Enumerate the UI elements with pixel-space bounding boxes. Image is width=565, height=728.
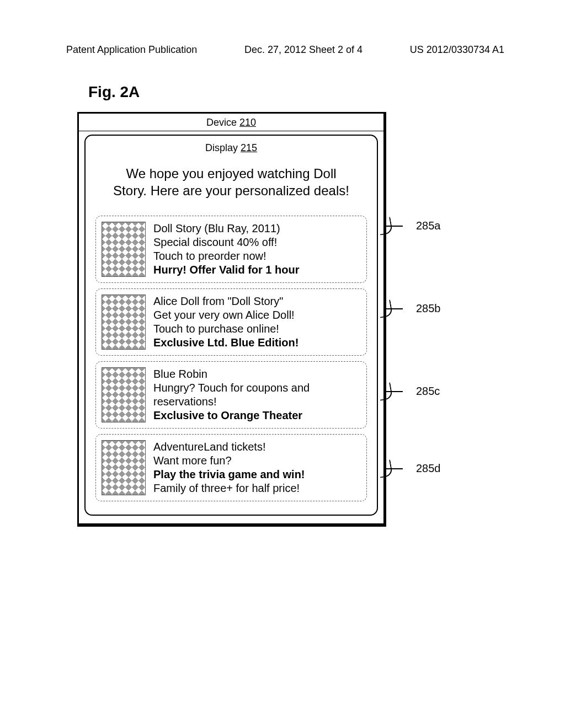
deal-line: Alice Doll from "Doll Story" xyxy=(153,295,361,308)
callout-lead-icon xyxy=(386,217,413,234)
deal-text: Doll Story (Blu Ray, 2011) Special disco… xyxy=(153,222,361,277)
callout-label: 285c xyxy=(416,385,440,398)
deal-line: Get your very own Alice Doll! xyxy=(153,308,361,322)
deal-thumbnail-icon xyxy=(102,295,146,350)
deal-line: AdventureLand tickets! xyxy=(153,440,361,454)
deal-line: Hurry! Offer Valid for 1 hour xyxy=(153,263,361,277)
callout-285a: 285a xyxy=(386,217,441,234)
header-center: Dec. 27, 2012 Sheet 2 of 4 xyxy=(244,44,363,56)
deal-line: Exclusive to Orange Theater xyxy=(153,409,361,422)
deal-thumbnail-icon xyxy=(102,440,146,495)
header-right: US 2012/0330734 A1 xyxy=(410,44,504,56)
deal-line: Special discount 40% off! xyxy=(153,235,361,249)
deal-card[interactable]: Doll Story (Blu Ray, 2011) Special disco… xyxy=(95,216,367,283)
device-label: Device 210 xyxy=(79,114,383,131)
deal-text: AdventureLand tickets! Want more fun? Pl… xyxy=(153,440,361,495)
callout-lead-icon xyxy=(386,299,413,317)
display-label-prefix: Display xyxy=(205,142,241,153)
deal-line: Family of three+ for half price! xyxy=(153,481,361,495)
deal-thumbnail-icon xyxy=(102,367,146,422)
deal-line: Play the trivia game and win! xyxy=(153,468,361,481)
deal-line: Touch to preorder now! xyxy=(153,249,361,263)
deal-line: Want more fun? xyxy=(153,454,361,468)
deal-card[interactable]: Alice Doll from "Doll Story" Get your ve… xyxy=(95,288,367,356)
deal-text: Blue Robin Hungry? Touch for coupons and… xyxy=(153,367,361,422)
callout-label: 285b xyxy=(416,302,441,315)
callout-285d: 285d xyxy=(386,459,441,477)
deal-line: Touch to purchase online! xyxy=(153,322,361,336)
deal-line: Hungry? Touch for coupons and reservatio… xyxy=(153,381,361,409)
callout-label: 285a xyxy=(416,220,441,232)
display-label: Display 215 xyxy=(91,142,371,154)
deal-line: Blue Robin xyxy=(153,367,361,381)
figure-label: Fig. 2A xyxy=(88,83,565,101)
callout-label: 285d xyxy=(416,462,441,475)
device-label-prefix: Device xyxy=(206,117,239,128)
display-ref: 215 xyxy=(241,142,257,153)
callout-lead-icon xyxy=(386,459,413,477)
deal-card[interactable]: Blue Robin Hungry? Touch for coupons and… xyxy=(95,361,367,429)
deal-text: Alice Doll from "Doll Story" Get your ve… xyxy=(153,295,361,350)
device-box: Device 210 Display 215 We hope you enjoy… xyxy=(77,112,386,527)
deal-card[interactable]: AdventureLand tickets! Want more fun? Pl… xyxy=(95,434,367,501)
deal-line: Doll Story (Blu Ray, 2011) xyxy=(153,222,361,235)
intro-message: We hope you enjoyed watching Doll Story.… xyxy=(108,165,355,199)
figure-container: Device 210 Display 215 We hope you enjoy… xyxy=(77,112,497,527)
header-left: Patent Application Publication xyxy=(66,44,197,56)
callout-285b: 285b xyxy=(386,299,441,317)
page-header: Patent Application Publication Dec. 27, … xyxy=(0,0,565,61)
callout-285c: 285c xyxy=(386,382,440,400)
deal-thumbnail-icon xyxy=(102,222,146,277)
display-box: Display 215 We hope you enjoyed watching… xyxy=(84,135,378,516)
callout-lead-icon xyxy=(386,382,413,400)
deal-line: Exclusive Ltd. Blue Edition! xyxy=(153,336,361,350)
device-ref: 210 xyxy=(239,117,256,128)
